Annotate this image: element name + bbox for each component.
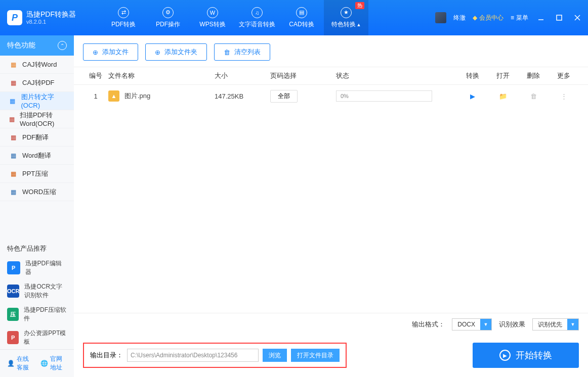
output-format-label: 输出格式：: [412, 320, 445, 329]
table-header: 编号 文件名称 大小 页码选择 状态 转换 打开 删除 更多: [74, 67, 588, 85]
maximize-icon: [556, 14, 563, 21]
sidebar-item-label: CAJ转PDF: [22, 78, 55, 87]
browse-button[interactable]: 浏览: [263, 349, 287, 362]
tab-0[interactable]: ⇄PDF转换: [101, 0, 146, 35]
sidebar-item-0[interactable]: ▦CAJ转Word: [0, 56, 74, 74]
tab-label: WPS转换: [199, 20, 225, 29]
doc-icon: ▦: [9, 170, 17, 178]
tab-5[interactable]: 热★特色转换▲: [324, 0, 368, 35]
output-dir-label: 输出目录：: [90, 351, 123, 360]
promo-item-2[interactable]: 压迅捷PDF压缩软件: [0, 303, 74, 326]
progress-bar: 0%: [336, 90, 432, 102]
sidebar-item-label: PDF翻译: [22, 133, 49, 142]
tab-label: PDF操作: [156, 20, 180, 29]
hot-badge: 热: [355, 2, 364, 9]
ie-icon: 🌐: [40, 360, 48, 367]
tab-icon: ⇄: [118, 7, 129, 18]
more-button[interactable]: ⋮: [561, 92, 567, 100]
avatar[interactable]: [435, 12, 446, 23]
clear-list-button[interactable]: 🗑清空列表: [214, 43, 270, 61]
official-site-link[interactable]: 🌐官网地址: [40, 355, 67, 372]
bottom-bar: 输出目录： 浏览 打开文件目录 ▶ 开始转换: [74, 336, 588, 377]
app-title: 迅捷PDF转换器: [26, 10, 76, 19]
doc-icon: ▦: [9, 133, 17, 142]
promo-item-1[interactable]: OCR迅捷OCR文字识别软件: [0, 279, 74, 303]
output-options-bar: 输出格式： DOCX ▼ 识别效果 识别优先 ▼: [74, 313, 588, 336]
sidebar-header: 特色功能 ⌃: [0, 35, 74, 56]
col-status-header: 状态: [336, 71, 457, 80]
open-folder-button[interactable]: 📁: [499, 92, 507, 100]
app-logo-icon: P: [7, 10, 22, 25]
tab-2[interactable]: WWPS转换: [190, 0, 235, 35]
promo-item-0[interactable]: P迅捷PDF编辑器: [0, 256, 74, 279]
file-add-icon: ⊕: [93, 49, 98, 56]
main-tabs: ⇄PDF转换⚙PDF操作WWPS转换♫文字语音转换▤CAD转换热★特色转换▲: [101, 0, 435, 35]
doc-icon: ▦: [9, 97, 16, 105]
vip-center-link[interactable]: ◆ 会员中心: [473, 14, 503, 22]
recognition-effect-label: 识别效果: [499, 320, 525, 329]
output-dir-input[interactable]: [127, 349, 259, 362]
sidebar-item-label: PPT压缩: [22, 169, 48, 178]
sidebar-item-4[interactable]: ▦PDF翻译: [0, 128, 74, 147]
app-logo-block: P 迅捷PDF转换器 v8.2.0.1: [0, 0, 101, 35]
sidebar-item-3[interactable]: ▦扫描PDF转Word(OCR): [0, 110, 74, 128]
folder-add-icon: ⊕: [155, 49, 160, 56]
collapse-button[interactable]: ⌃: [58, 41, 67, 50]
user-name[interactable]: 终澈: [453, 14, 466, 22]
sidebar: 特色功能 ⌃ ▦CAJ转Word▦CAJ转PDF▦图片转文字(OCR)▦扫描PD…: [0, 35, 74, 377]
promo-item-3[interactable]: P办公资源PPT模板: [0, 326, 74, 349]
col-name-header: 文件名称: [108, 71, 215, 80]
sidebar-item-6[interactable]: ▦PPT压缩: [0, 165, 74, 183]
col-convert-header: 转换: [457, 71, 488, 80]
sidebar-item-label: 图片转文字(OCR): [21, 92, 65, 109]
promo-icon: P: [7, 261, 20, 274]
doc-icon: ▦: [9, 61, 17, 69]
tab-icon: ▤: [296, 7, 307, 18]
promo-label: 迅捷PDF编辑器: [25, 259, 67, 276]
col-open-header: 打开: [488, 71, 518, 80]
recognition-effect-select[interactable]: 识别优先 ▼: [532, 318, 579, 331]
customer-service-link[interactable]: 👤在线客服: [7, 355, 33, 372]
sidebar-footer: 👤在线客服 🌐官网地址: [0, 349, 74, 377]
sidebar-item-7[interactable]: ▦WORD压缩: [0, 183, 74, 201]
page-select-button[interactable]: 全部: [270, 90, 298, 103]
tab-icon: W: [207, 7, 218, 18]
maximize-button[interactable]: [554, 12, 565, 23]
minimize-button[interactable]: [535, 12, 547, 23]
tab-4[interactable]: ▤CAD转换: [279, 0, 324, 35]
toolbar: ⊕添加文件 ⊕添加文件夹 🗑清空列表: [74, 35, 588, 67]
output-directory-box: 输出目录： 浏览 打开文件目录: [83, 343, 347, 368]
app-version: v8.2.0.1: [26, 19, 76, 25]
doc-icon: ▦: [9, 115, 15, 123]
tab-1[interactable]: ⚙PDF操作: [146, 0, 190, 35]
close-button[interactable]: [572, 12, 583, 23]
sidebar-item-label: Word翻译: [22, 151, 51, 160]
col-page-header: 页码选择: [270, 71, 336, 80]
output-format-select[interactable]: DOCX ▼: [452, 318, 492, 331]
close-icon: [574, 14, 581, 21]
delete-button[interactable]: 🗑: [530, 92, 537, 100]
play-icon: ▶: [499, 350, 511, 361]
start-convert-button[interactable]: ▶ 开始转换: [473, 343, 579, 368]
tab-label: PDF转换: [111, 20, 136, 29]
convert-button[interactable]: ▶: [470, 92, 475, 100]
promo-icon: P: [7, 331, 19, 344]
menu-button[interactable]: ≡ 菜单: [511, 14, 528, 22]
tab-label: 文字语音转换: [239, 20, 275, 29]
add-folder-button[interactable]: ⊕添加文件夹: [145, 43, 207, 61]
add-file-button[interactable]: ⊕添加文件: [83, 43, 138, 61]
menu-icon: ≡: [511, 14, 514, 21]
tab-3[interactable]: ♫文字语音转换: [235, 0, 279, 35]
sidebar-item-2[interactable]: ▦图片转文字(OCR): [0, 92, 74, 110]
promo-label: 迅捷PDF压缩软件: [24, 306, 67, 323]
chevron-up-icon: ⌃: [60, 43, 64, 49]
sidebar-item-5[interactable]: ▦Word翻译: [0, 147, 74, 165]
open-dir-button[interactable]: 打开文件目录: [291, 349, 340, 362]
sidebar-item-1[interactable]: ▦CAJ转PDF: [0, 74, 74, 92]
promo-label: 迅捷OCR文字识别软件: [24, 282, 67, 300]
diamond-icon: ◆: [473, 14, 477, 21]
promo-label: 办公资源PPT模板: [24, 329, 67, 346]
chevron-down-icon: ▼: [480, 319, 491, 330]
window-controls: 终澈 ◆ 会员中心 ≡ 菜单: [435, 0, 588, 35]
tab-icon: ♫: [251, 7, 263, 18]
